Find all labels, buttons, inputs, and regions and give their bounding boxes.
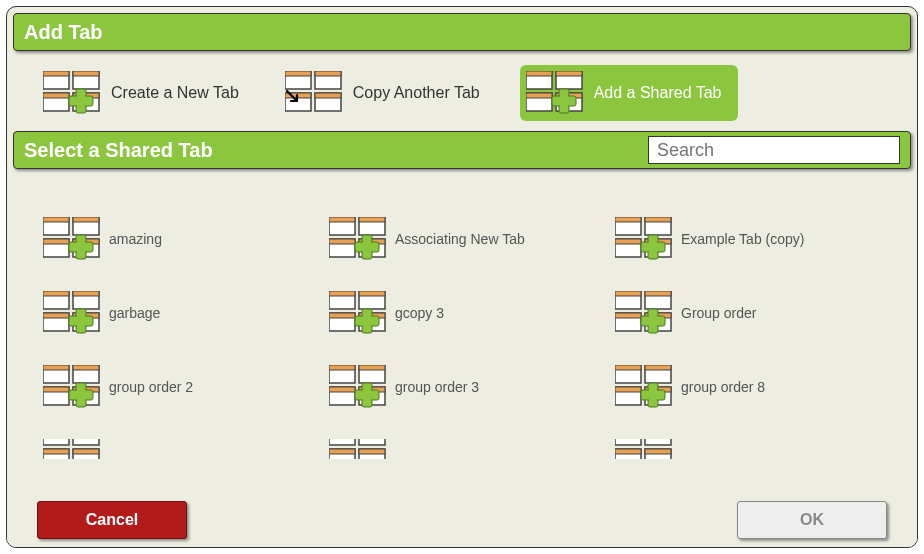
shared-tab-item[interactable]: gcopy 3 (329, 291, 605, 335)
tabs-plus-icon (43, 217, 101, 261)
shared-tab-label: gcopy 3 (395, 305, 444, 321)
tabs-plus-icon (43, 439, 101, 459)
search-input[interactable] (648, 136, 900, 164)
ok-button[interactable]: OK (737, 501, 887, 539)
tabs-plus-icon (615, 365, 673, 409)
tabs-arrow-icon (285, 71, 343, 115)
ok-label: OK (800, 511, 824, 529)
tabs-plus-icon (329, 291, 387, 335)
shared-tab-item[interactable]: garbage (43, 291, 319, 335)
shared-tab-label: group order 8 (681, 379, 765, 395)
option-label: Create a New Tab (111, 84, 239, 102)
tab-mode-options: Create a New Tab Copy Another Tab Add a … (37, 65, 911, 121)
shared-tab-label: garbage (109, 305, 160, 321)
shared-tab-label: Associating New Tab (395, 231, 525, 247)
shared-tab-label: amazing (109, 231, 162, 247)
section-title: Select a Shared Tab (24, 139, 213, 162)
tabs-plus-icon (43, 365, 101, 409)
option-label: Add a Shared Tab (594, 84, 722, 102)
shared-tab-label: group order 2 (109, 379, 193, 395)
add-tab-dialog: Add Tab Create a New Tab Copy Another Ta… (6, 6, 918, 548)
tabs-plus-icon (43, 291, 101, 335)
cancel-button[interactable]: Cancel (37, 501, 187, 539)
shared-tab-item[interactable]: group order 8 (615, 365, 891, 409)
shared-tab-item[interactable]: Group order (615, 291, 891, 335)
option-add-shared-tab[interactable]: Add a Shared Tab (520, 65, 738, 121)
shared-tab-item[interactable] (43, 439, 319, 459)
option-create-new-tab[interactable]: Create a New Tab (37, 65, 255, 121)
shared-tab-label: Example Tab (copy) (681, 231, 804, 247)
shared-tab-item[interactable]: group order 3 (329, 365, 605, 409)
tabs-plus-icon (43, 71, 101, 115)
section-header: Select a Shared Tab (13, 131, 911, 169)
dialog-header: Add Tab (13, 13, 911, 51)
shared-tab-item[interactable]: amazing (43, 217, 319, 261)
tabs-plus-icon (615, 291, 673, 335)
option-copy-another-tab[interactable]: Copy Another Tab (279, 65, 496, 121)
shared-tab-item[interactable]: Associating New Tab (329, 217, 605, 261)
shared-tab-item[interactable] (615, 439, 891, 459)
tabs-plus-icon (329, 217, 387, 261)
shared-tab-list[interactable]: amazing Associating New Tab Example Tab … (13, 207, 911, 491)
tabs-plus-icon (615, 439, 673, 459)
dialog-footer: Cancel OK (7, 493, 917, 547)
dialog-title: Add Tab (24, 21, 103, 44)
tabs-plus-icon (615, 217, 673, 261)
shared-tab-list-container: amazing Associating New Tab Example Tab … (13, 207, 911, 491)
tabs-plus-icon (526, 71, 584, 115)
shared-tab-item[interactable] (329, 439, 605, 459)
shared-tab-item[interactable]: Example Tab (copy) (615, 217, 891, 261)
tabs-plus-icon (329, 365, 387, 409)
cancel-label: Cancel (86, 511, 138, 529)
shared-tab-item[interactable]: group order 2 (43, 365, 319, 409)
option-label: Copy Another Tab (353, 84, 480, 102)
shared-tab-label: Group order (681, 305, 756, 321)
tabs-plus-icon (329, 439, 387, 459)
shared-tab-label: group order 3 (395, 379, 479, 395)
